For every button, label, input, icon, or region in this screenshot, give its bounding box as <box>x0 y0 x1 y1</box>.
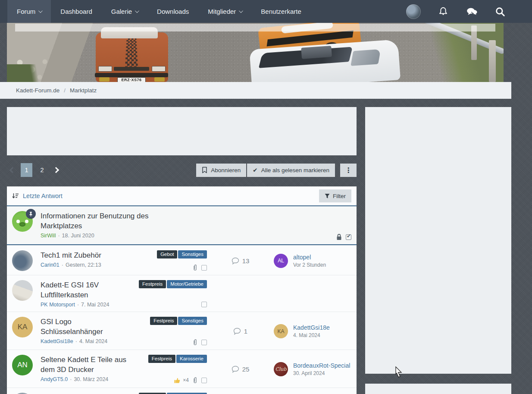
speech-bubble-icon <box>232 366 239 373</box>
badge-gebot[interactable]: Gebot <box>157 250 177 258</box>
reply-count: 13 <box>207 250 274 271</box>
thread-row-pinned[interactable]: Informationen zur Benutzung des Marktpla… <box>7 206 357 245</box>
nav-right-icons <box>406 0 532 23</box>
club-logo-text: Club <box>275 366 286 372</box>
reaction-count: ×4 <box>183 377 189 383</box>
checkbox-icon[interactable] <box>201 302 207 307</box>
nav-item-benutzerkarte[interactable]: Benutzerkarte <box>251 0 310 23</box>
nav-item-label: Downloads <box>157 8 189 15</box>
avatar-initials[interactable]: AN <box>12 355 33 375</box>
thread-title[interactable]: Kadett-E GSI 16V Luftfilterkasten <box>41 280 135 300</box>
mark-all-read-button[interactable]: ✔ Alle als gelesen markieren <box>247 164 335 177</box>
avatar-initials[interactable]: KA <box>12 317 33 337</box>
sidebar-panel-bottom <box>365 384 511 394</box>
last-reply-avatar-club-logo[interactable]: Club <box>274 362 288 376</box>
thread-title[interactable]: Seltene Kadett E Teile aus dem 3D Drucke… <box>41 355 135 375</box>
badge-sonstiges[interactable]: Sonstiges <box>178 250 207 258</box>
user-avatar[interactable] <box>406 4 421 19</box>
meta-separator: · <box>75 338 77 344</box>
thread-meta: SirWill · 18. Juni 2020 <box>41 233 280 239</box>
paperclip-icon <box>193 264 197 271</box>
thread-date: 30. März 2024 <box>74 376 108 382</box>
checkbox-icon[interactable] <box>201 340 207 345</box>
subscribe-button[interactable]: Abonnieren <box>196 164 246 177</box>
checkbox-checked-icon[interactable] <box>346 234 351 240</box>
toolbar: Abonnieren ✔ Alle als gelesen markieren … <box>196 164 357 177</box>
bell-icon[interactable] <box>437 6 449 18</box>
nav-item-forum[interactable]: Forum <box>7 0 51 23</box>
last-reply-avatar[interactable]: AL <box>274 254 288 268</box>
checkbox-icon[interactable] <box>201 265 207 271</box>
meta-separator: · <box>77 302 79 308</box>
sort-icon <box>12 193 19 199</box>
concrete-post <box>489 40 496 82</box>
last-reply-author[interactable]: altopel <box>293 254 326 261</box>
avatar-building-photo[interactable] <box>12 280 33 301</box>
badge-festpreis[interactable]: Festpreis <box>139 280 166 288</box>
thread-date: 18. Juni 2020 <box>62 233 94 239</box>
nav-item-label: Galerie <box>111 8 132 15</box>
more-options-button[interactable]: ⋮ <box>340 164 357 177</box>
last-reply-author[interactable]: BordeauxRot-Special <box>293 362 350 369</box>
thread-date: 4. Mai 2024 <box>79 338 107 344</box>
badge-motor-getriebe[interactable]: Motor/Getriebe <box>167 280 207 288</box>
last-reply-author[interactable]: KadettGsi18e <box>293 324 330 331</box>
thread-meta: PK Motorsport · 7. Mai 2024 <box>41 302 135 308</box>
check-icon: ✔ <box>253 167 257 173</box>
avatar-car-photo[interactable] <box>12 250 33 271</box>
breadcrumb-home[interactable]: Kadett-Forum.de <box>16 87 59 94</box>
nav-item-label: Forum <box>17 8 35 15</box>
thread-row[interactable]: Kadett-E GSI 16V Luftfilterkasten PK Mot… <box>7 275 357 312</box>
thread-row[interactable]: AN Seltene Kadett E Teile aus dem 3D Dru… <box>7 350 357 388</box>
thread-meta: AndyGT5.0 · 30. März 2024 <box>41 376 135 382</box>
chevron-down-icon <box>38 9 43 13</box>
badge-karosserie[interactable]: Karosserie <box>176 355 207 363</box>
thread-row[interactable]: KA GSI Logo Schlüsselanhänger KadettGsi1… <box>7 312 357 350</box>
filter-button[interactable]: Filter <box>319 189 351 202</box>
last-reply: Club BordeauxRot-Special 30. April 2024 <box>274 355 351 384</box>
nav-item-dashboard[interactable]: Dashboard <box>51 0 101 23</box>
nav-items: Forum Dashboard Galerie Downloads Mitgli… <box>7 0 311 23</box>
nav-item-downloads[interactable]: Downloads <box>147 0 198 23</box>
chevron-down-icon <box>135 9 139 13</box>
nav-item-galerie[interactable]: Galerie <box>102 0 147 23</box>
thread-row[interactable]: Tech1 mit Zubehör Carin01 · Gestern, 22:… <box>7 245 357 275</box>
thread-author[interactable]: SirWill <box>41 233 56 239</box>
conversations-icon[interactable] <box>466 6 478 18</box>
filter-label: Filter <box>333 193 346 199</box>
nav-item-label: Mitglieder <box>208 8 236 15</box>
speech-bubble-icon <box>232 257 239 265</box>
badge-festpreis[interactable]: Festpreis <box>148 355 175 363</box>
thread-title[interactable]: Tech1 mit Zubehör <box>41 250 135 260</box>
thread-author[interactable]: AndyGT5.0 <box>41 376 68 382</box>
thumbs-up-icon[interactable] <box>174 377 180 384</box>
license-plate: ERZ·XS76 <box>117 77 146 82</box>
badge-sonstiges[interactable]: Sonstiges <box>178 317 207 325</box>
thread-meta: KadettGsi18e · 4. Mai 2024 <box>41 338 135 344</box>
thread-author[interactable]: KadettGsi18e <box>41 338 73 344</box>
reply-count-value: 1 <box>244 328 247 335</box>
filter-icon <box>325 193 330 199</box>
last-reply-avatar[interactable]: KA <box>274 324 288 338</box>
checkbox-icon[interactable] <box>201 378 207 383</box>
chevron-right-icon[interactable] <box>53 167 59 173</box>
page-button-2[interactable]: 2 <box>36 163 48 177</box>
thread-title[interactable]: Informationen zur Benutzung des Marktpla… <box>41 211 174 231</box>
thread-main: Informationen zur Benutzung des Marktpla… <box>41 211 351 240</box>
page-button-1[interactable]: 1 <box>21 163 32 177</box>
last-reply-date: Vor 2 Stunden <box>293 262 326 268</box>
reply-count-value: 25 <box>242 366 250 373</box>
orange-gsi-car: ERZ·XS76 <box>93 25 171 82</box>
badge-festpreis[interactable]: Festpreis <box>150 317 177 325</box>
pagination-toolbar-row: 1 2 Abonnieren ✔ Alle als gelesen markie… <box>7 163 357 177</box>
thread-author[interactable]: Carin01 <box>41 262 59 268</box>
thread-row-partial[interactable]: Verkaufe F10 Festpreis Motor/Getriebe <box>7 388 357 394</box>
thread-title[interactable]: GSI Logo Schlüsselanhänger <box>41 317 135 337</box>
nav-item-mitglieder[interactable]: Mitglieder <box>198 0 251 23</box>
top-navigation: Forum Dashboard Galerie Downloads Mitgli… <box>0 0 532 23</box>
breadcrumb-marktplatz[interactable]: Marktplatz <box>70 87 97 94</box>
search-icon[interactable] <box>494 6 506 18</box>
sort-control[interactable]: Letzte Antwort <box>12 192 63 199</box>
speech-bubble-icon <box>233 328 241 335</box>
thread-author[interactable]: PK Motorsport <box>41 302 75 308</box>
